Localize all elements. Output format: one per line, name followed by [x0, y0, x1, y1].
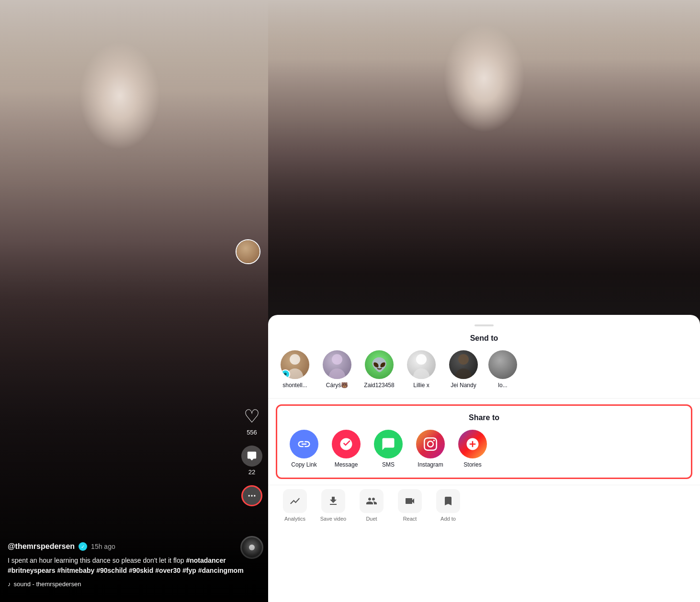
left-video-panel: ♡ 556 22 @themrspedersen ✓ [0, 0, 268, 602]
stories-label: Stories [463, 461, 481, 468]
share-sms[interactable]: SMS [371, 430, 406, 468]
contact-name-carys: Cáryś🐻 [326, 382, 348, 389]
heart-icon: ♡ [244, 406, 260, 427]
contact-shontell[interactable]: ❄ shontell... [278, 350, 312, 389]
sms-label: SMS [382, 461, 395, 468]
share-stories[interactable]: Stories [455, 430, 490, 468]
send-to-title: Send to [278, 334, 690, 343]
message-label: Message [335, 461, 358, 468]
timestamp: 15h ago [91, 543, 115, 550]
hashtag-3: #hitmebaby [57, 567, 95, 574]
more-dots-icon [241, 485, 262, 506]
contact-avatar-zaid: 👽 [365, 350, 394, 379]
save-video-icon [321, 489, 345, 513]
comment-count: 22 [248, 468, 255, 476]
video-caption-overlay: @themrspedersen ✓ 15h ago I spent an hou… [0, 533, 268, 602]
copy-link-label: Copy Link [291, 461, 316, 468]
duet-label: Duet [366, 516, 377, 522]
svg-point-1 [251, 495, 252, 496]
contact-avatar-shontell: ❄ [281, 350, 309, 379]
username-label: @themrspedersen [8, 542, 75, 551]
action-analytics[interactable]: Analytics [278, 489, 312, 522]
svg-point-2 [254, 495, 255, 496]
sms-icon [374, 430, 403, 458]
react-icon [398, 489, 422, 513]
contact-avatar-carys [323, 350, 351, 379]
react-label: React [403, 516, 417, 522]
action-react[interactable]: React [393, 489, 427, 522]
share-to-title: Share to [287, 413, 681, 422]
contact-name-shontell: shontell... [282, 382, 307, 389]
hashtag-6: #over30 [155, 567, 181, 574]
sheet-handle [474, 324, 494, 326]
more-button[interactable] [241, 485, 262, 506]
instagram-icon [416, 430, 445, 458]
analytics-label: Analytics [284, 516, 305, 522]
contact-avatar-partial [488, 350, 517, 379]
person-silhouette-left [0, 0, 268, 602]
message-icon [332, 430, 361, 458]
save-video-label: Save video [320, 516, 346, 522]
hashtag-8: #dancingmom [198, 567, 244, 574]
music-note-icon: ♪ [8, 580, 11, 588]
hashtag-2: #britneyspears [8, 567, 56, 574]
copy-link-icon [290, 430, 318, 458]
verified-badge: ✓ [79, 542, 87, 551]
hashtag-4: #90schild [96, 567, 127, 574]
like-button[interactable]: ♡ 556 [244, 406, 260, 436]
duet-icon [360, 489, 384, 513]
add-to-icon [436, 489, 460, 513]
action-save-video[interactable]: Save video [316, 489, 350, 522]
send-to-section: Send to ❄ shontell... [268, 334, 700, 399]
analytics-icon [283, 489, 307, 513]
sidebar-actions-left: ♡ 556 22 [241, 406, 262, 506]
action-add-to[interactable]: Add to [431, 489, 465, 522]
right-video-panel: Send to ❄ shontell... [268, 0, 700, 602]
sound-name: sound - themrspedersen [14, 580, 81, 588]
hashtag-7: #fyp [182, 567, 196, 574]
contact-avatar-lillie [407, 350, 436, 379]
contact-jei[interactable]: Jei Nandy [446, 350, 481, 389]
contact-avatar-jei [449, 350, 478, 379]
share-instagram[interactable]: Instagram [413, 430, 448, 468]
contact-name-partial: lo... [498, 382, 507, 389]
add-to-label: Add to [440, 516, 456, 522]
contacts-row: ❄ shontell... Cáryś🐻 [278, 350, 690, 390]
sound-row: ♪ sound - themrspedersen [8, 580, 260, 588]
share-message[interactable]: Message [329, 430, 363, 468]
share-options-row: Copy Link Message [287, 430, 681, 470]
video-caption: I spent an hour learning this dance so p… [8, 556, 260, 576]
instagram-label: Instagram [418, 461, 443, 468]
contact-lillie[interactable]: Lillie x [404, 350, 439, 389]
svg-point-0 [248, 495, 250, 496]
contact-partial[interactable]: lo... [488, 350, 517, 389]
contact-zaid[interactable]: 👽 Zaid123458 [362, 350, 396, 389]
hashtag-1: #notadancer [186, 557, 226, 564]
username-row: @themrspedersen ✓ 15h ago [8, 542, 260, 551]
hashtag-5: #90skid [129, 567, 153, 574]
contact-carys[interactable]: Cáryś🐻 [320, 350, 354, 389]
comment-button[interactable]: 22 [241, 446, 262, 476]
share-to-section: Share to Copy Link [276, 404, 692, 479]
share-copy-link[interactable]: Copy Link [287, 430, 321, 468]
contact-name-lillie: Lillie x [413, 382, 429, 389]
like-count: 556 [247, 429, 257, 436]
contact-name-jei: Jei Nandy [451, 382, 476, 389]
contact-name-zaid: Zaid123458 [364, 382, 394, 389]
stories-icon [458, 430, 487, 458]
avatar[interactable] [236, 239, 260, 264]
action-duet[interactable]: Duet [354, 489, 389, 522]
share-sheet: Send to ❄ shontell... [268, 315, 700, 602]
comment-icon [241, 446, 262, 467]
bottom-actions-row: Analytics Save video Duet [268, 485, 700, 525]
avatar-image [237, 240, 260, 263]
